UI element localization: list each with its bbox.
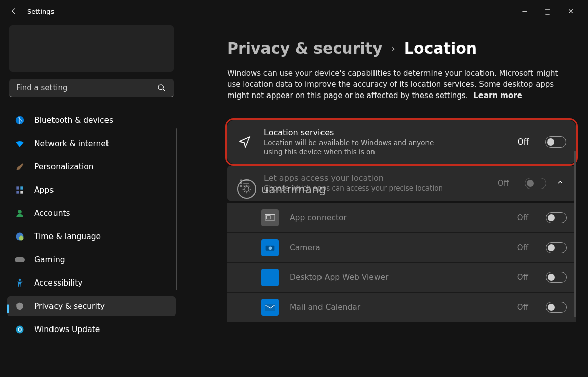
page-description: Windows can use your device's capabiliti… xyxy=(227,68,563,101)
bluetooth-icon xyxy=(14,115,25,126)
wifi-icon xyxy=(14,138,25,149)
app-row-desktop-web-viewer: Desktop App Web Viewer Off xyxy=(227,262,576,292)
sidebar-item-label: Accounts xyxy=(34,209,70,218)
sidebar-item-label: Time & language xyxy=(34,232,101,241)
sidebar-item-privacy[interactable]: Privacy & security xyxy=(7,296,176,316)
card-subtitle: Location will be available to Windows an… xyxy=(264,138,446,156)
sidebar-item-bluetooth[interactable]: Bluetooth & devices xyxy=(7,110,176,130)
svg-point-8 xyxy=(19,236,24,241)
svg-point-0 xyxy=(158,85,163,89)
gamepad-icon xyxy=(14,254,25,265)
shield-icon xyxy=(14,301,25,312)
search-icon xyxy=(157,84,166,94)
accessibility-icon xyxy=(14,277,25,289)
breadcrumb: Privacy & security › Location xyxy=(227,39,576,57)
learn-more-link[interactable]: Learn more xyxy=(473,91,522,100)
person-icon xyxy=(14,208,25,219)
sidebar-scrollbar[interactable] xyxy=(176,128,177,290)
page-title: Location xyxy=(404,39,477,57)
location-services-toggle[interactable] xyxy=(545,136,566,148)
app-access-card[interactable]: Let apps access your location Choose whi… xyxy=(227,166,576,201)
toggle-state: Off xyxy=(518,137,529,147)
sidebar-item-network[interactable]: Network & internet xyxy=(7,133,176,154)
list-icon xyxy=(236,178,254,189)
svg-point-14 xyxy=(240,185,242,187)
app-list: App connector Off Camera Off Desktop App… xyxy=(227,203,576,322)
maximize-button[interactable]: ▢ xyxy=(544,7,551,15)
card-title: Let apps access your location xyxy=(264,173,488,183)
app-name: Mail and Calendar xyxy=(290,303,506,312)
svg-rect-9 xyxy=(15,257,25,262)
app-row-mail-calendar: Mail and Calendar Off xyxy=(227,292,576,322)
app-name: App connector xyxy=(290,213,506,222)
chevron-up-icon[interactable] xyxy=(556,178,566,188)
sidebar-item-label: Gaming xyxy=(34,255,65,264)
svg-rect-19 xyxy=(265,304,275,311)
location-services-card[interactable]: Location services Location will be avail… xyxy=(227,120,576,164)
svg-rect-5 xyxy=(20,191,23,193)
selection-indicator xyxy=(7,304,9,313)
main-scrollbar[interactable] xyxy=(574,151,576,317)
clock-globe-icon xyxy=(14,231,25,242)
sidebar-item-accounts[interactable]: Accounts xyxy=(7,203,176,223)
toggle-state: Off xyxy=(517,213,528,222)
apps-icon xyxy=(14,184,25,196)
sidebar-item-label: Windows Update xyxy=(34,325,100,334)
app-icon xyxy=(261,269,279,286)
minimize-button[interactable]: ─ xyxy=(523,7,527,15)
svg-point-11 xyxy=(16,326,24,334)
mail-icon xyxy=(261,299,279,316)
app-title: Settings xyxy=(27,8,54,15)
app-toggle[interactable] xyxy=(546,212,567,223)
location-arrow-icon xyxy=(236,135,254,149)
app-name: Desktop App Web Viewer xyxy=(290,273,506,282)
sidebar-item-label: Privacy & security xyxy=(34,302,105,311)
svg-point-13 xyxy=(240,182,242,184)
app-access-toggle[interactable] xyxy=(525,178,546,189)
svg-point-10 xyxy=(19,279,21,281)
svg-point-6 xyxy=(18,210,22,214)
toggle-state: Off xyxy=(517,303,528,312)
profile-card[interactable] xyxy=(9,25,174,72)
svg-point-18 xyxy=(269,246,272,250)
app-name: Camera xyxy=(290,243,506,252)
sidebar-item-gaming[interactable]: Gaming xyxy=(7,250,176,270)
close-button[interactable]: ✕ xyxy=(568,7,574,15)
app-toggle[interactable] xyxy=(546,242,567,253)
app-toggle[interactable] xyxy=(546,302,567,313)
app-row-camera: Camera Off xyxy=(227,232,576,262)
card-title: Location services xyxy=(264,128,508,137)
paintbrush-icon xyxy=(14,161,25,172)
sidebar-item-label: Apps xyxy=(34,185,54,195)
sidebar-item-personalization[interactable]: Personalization xyxy=(7,157,176,177)
sidebar-item-label: Bluetooth & devices xyxy=(34,116,113,125)
sidebar-item-label: Accessibility xyxy=(34,278,82,288)
toggle-state: Off xyxy=(517,243,528,252)
svg-rect-16 xyxy=(266,216,270,219)
toggle-state: Off xyxy=(498,179,509,188)
update-icon xyxy=(14,324,25,335)
toggle-state: Off xyxy=(517,273,528,282)
app-row-connector: App connector Off xyxy=(227,203,576,232)
sidebar-item-label: Network & internet xyxy=(34,139,109,148)
app-toggle[interactable] xyxy=(546,272,567,283)
sidebar-item-accessibility[interactable]: Accessibility xyxy=(7,273,176,293)
sidebar-item-label: Personalization xyxy=(34,162,94,171)
nav-list: Bluetooth & devices Network & internet P… xyxy=(7,110,176,340)
app-icon xyxy=(261,209,279,226)
sidebar-item-time[interactable]: Time & language xyxy=(7,226,176,247)
svg-point-12 xyxy=(240,180,242,181)
chevron-right-icon: › xyxy=(392,43,395,54)
breadcrumb-parent[interactable]: Privacy & security xyxy=(227,39,383,57)
back-button[interactable] xyxy=(5,7,22,15)
svg-rect-3 xyxy=(20,186,23,189)
svg-rect-4 xyxy=(16,191,19,193)
camera-icon xyxy=(261,239,279,256)
search-input[interactable] xyxy=(9,79,174,97)
card-subtitle: Choose which apps can access your precis… xyxy=(264,184,446,193)
sidebar-item-update[interactable]: Windows Update xyxy=(7,319,176,340)
svg-rect-2 xyxy=(16,186,19,189)
sidebar-item-apps[interactable]: Apps xyxy=(7,180,176,200)
